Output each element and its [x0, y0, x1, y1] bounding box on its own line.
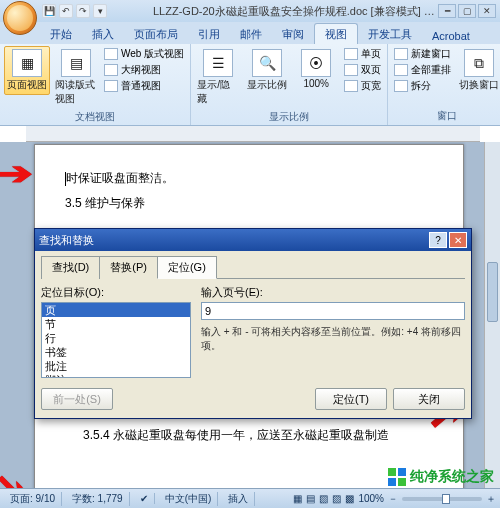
- list-item[interactable]: 行: [42, 331, 190, 345]
- page-width-button[interactable]: 页宽: [342, 78, 383, 94]
- status-page[interactable]: 页面: 9/10: [4, 492, 62, 506]
- switch-windows-label: 切换窗口: [459, 78, 499, 92]
- view-web-icon[interactable]: ▧: [319, 493, 328, 504]
- dialog-tabs: 查找(D) 替换(P) 定位(G): [41, 255, 465, 279]
- tab-home[interactable]: 开始: [40, 24, 82, 44]
- minimize-button[interactable]: ━: [438, 4, 456, 18]
- zoom-out-button[interactable]: －: [388, 492, 398, 506]
- one-page-button[interactable]: 单页: [342, 46, 383, 62]
- goto-button[interactable]: 定位(T): [315, 388, 387, 410]
- tab-review[interactable]: 审阅: [272, 24, 314, 44]
- tab-acrobat[interactable]: Acrobat: [422, 27, 480, 44]
- office-button[interactable]: [3, 1, 37, 35]
- zoom-100-icon: ⦿: [301, 49, 331, 77]
- zoom-button[interactable]: 🔍 显示比例: [244, 46, 290, 95]
- doc-text: 3.5 维护与保养: [65, 192, 433, 215]
- ribbon: ▦ 页面视图 ▤ 阅读版式视图 Web 版式视图 大纲视图 普通视图 文档视图 …: [0, 44, 500, 126]
- switch-windows-icon: ⧉: [464, 49, 494, 77]
- show-hide-button[interactable]: ☰ 显示/隐藏: [195, 46, 241, 109]
- goto-target-list[interactable]: 页 节 行 书签 批注 脚注: [41, 302, 191, 378]
- draft-button[interactable]: 普通视图: [102, 78, 186, 94]
- show-hide-label: 显示/隐藏: [197, 78, 239, 106]
- zoom-slider-knob[interactable]: [442, 494, 450, 504]
- zoom-slider[interactable]: [402, 497, 482, 501]
- close-button[interactable]: 关闭: [393, 388, 465, 410]
- split-button[interactable]: 拆分: [392, 78, 453, 94]
- title-bar: 💾 ↶ ↷ ▾ LLZZ-GD-20永磁起重吸盘安全操作规程.doc [兼容模式…: [0, 0, 500, 22]
- tab-insert[interactable]: 插入: [82, 24, 124, 44]
- page-width-icon: [344, 80, 358, 92]
- zoom-label: 显示比例: [247, 78, 287, 92]
- page-number-input[interactable]: [201, 302, 465, 320]
- group-label: 显示比例: [195, 109, 383, 126]
- tab-goto[interactable]: 定位(G): [157, 256, 217, 279]
- web-layout-button[interactable]: Web 版式视图: [102, 46, 186, 62]
- status-words[interactable]: 字数: 1,779: [66, 492, 130, 506]
- status-proof-icon[interactable]: ✔: [134, 493, 155, 504]
- list-item[interactable]: 书签: [42, 345, 190, 359]
- page-number-label: 输入页号(E):: [201, 285, 465, 300]
- previous-button[interactable]: 前一处(S): [41, 388, 113, 410]
- zoom-100-label: 100%: [303, 78, 329, 89]
- print-layout-button[interactable]: ▦ 页面视图: [4, 46, 50, 95]
- draft-icon: [104, 80, 118, 92]
- dialog-help-button[interactable]: ?: [429, 232, 447, 248]
- arrange-all-button[interactable]: 全部重排: [392, 62, 453, 78]
- view-print-icon[interactable]: ▦: [293, 493, 302, 504]
- new-window-button[interactable]: 新建窗口: [392, 46, 453, 62]
- status-language[interactable]: 中文(中国): [159, 492, 219, 506]
- dialog-close-button[interactable]: ✕: [449, 232, 467, 248]
- save-icon[interactable]: 💾: [42, 4, 56, 18]
- goto-target-label: 定位目标(O):: [41, 285, 191, 300]
- zoom-in-button[interactable]: ＋: [486, 492, 496, 506]
- split-icon: [394, 80, 408, 92]
- two-page-icon: [344, 64, 358, 76]
- vertical-scrollbar[interactable]: [484, 142, 500, 488]
- maximize-button[interactable]: ▢: [458, 4, 476, 18]
- group-label: 窗口: [392, 108, 500, 125]
- tab-find[interactable]: 查找(D): [41, 256, 100, 279]
- ribbon-tabs: 开始 插入 页面布局 引用 邮件 审阅 视图 开发工具 Acrobat: [0, 22, 500, 44]
- list-item[interactable]: 页: [42, 303, 190, 317]
- quick-access-toolbar: 💾 ↶ ↷ ▾: [42, 4, 107, 18]
- outline-icon: [104, 64, 118, 76]
- view-draft-icon[interactable]: ▩: [345, 493, 354, 504]
- arrange-all-icon: [394, 64, 408, 76]
- switch-windows-button[interactable]: ⧉ 切换窗口: [456, 46, 500, 95]
- doc-text: 3.5.4 永磁起重吸盘每使用一年，应送至永磁起重吸盘制造: [65, 424, 433, 447]
- view-outline-icon[interactable]: ▨: [332, 493, 341, 504]
- tab-view[interactable]: 视图: [314, 23, 358, 44]
- tab-references[interactable]: 引用: [188, 24, 230, 44]
- outline-button[interactable]: 大纲视图: [102, 62, 186, 78]
- one-page-icon: [344, 48, 358, 60]
- status-bar: 页面: 9/10 字数: 1,779 ✔ 中文(中国) 插入 ▦ ▤ ▧ ▨ ▩…: [0, 488, 500, 508]
- print-layout-label: 页面视图: [7, 78, 47, 92]
- status-insert-mode[interactable]: 插入: [222, 492, 255, 506]
- new-window-icon: [394, 48, 408, 60]
- view-reading-icon[interactable]: ▤: [306, 493, 315, 504]
- undo-icon[interactable]: ↶: [59, 4, 73, 18]
- tab-replace[interactable]: 替换(P): [99, 256, 158, 279]
- qat-more-icon[interactable]: ▾: [93, 4, 107, 18]
- horizontal-ruler[interactable]: [26, 126, 480, 142]
- reading-layout-button[interactable]: ▤ 阅读版式视图: [53, 46, 99, 109]
- zoom-100-button[interactable]: ⦿ 100%: [293, 46, 339, 92]
- tab-layout[interactable]: 页面布局: [124, 24, 188, 44]
- dialog-titlebar[interactable]: 查找和替换 ? ✕: [35, 229, 471, 251]
- list-item[interactable]: 批注: [42, 359, 190, 373]
- zoom-level[interactable]: 100%: [358, 493, 384, 504]
- goto-hint: 输入 + 和 - 可将相关内容移至当前位置。例如: +4 将前移四项。: [201, 325, 465, 353]
- scrollbar-thumb[interactable]: [487, 262, 498, 322]
- list-item[interactable]: 脚注: [42, 373, 190, 378]
- redo-icon[interactable]: ↷: [76, 4, 90, 18]
- group-document-views: ▦ 页面视图 ▤ 阅读版式视图 Web 版式视图 大纲视图 普通视图 文档视图: [0, 44, 191, 125]
- reading-layout-icon: ▤: [61, 49, 91, 77]
- tab-developer[interactable]: 开发工具: [358, 24, 422, 44]
- group-window: 新建窗口 全部重排 拆分 ⧉ 切换窗口 窗口: [388, 44, 500, 125]
- reading-layout-label: 阅读版式视图: [55, 78, 97, 106]
- tab-mailings[interactable]: 邮件: [230, 24, 272, 44]
- list-item[interactable]: 节: [42, 317, 190, 331]
- find-replace-dialog: 查找和替换 ? ✕ 查找(D) 替换(P) 定位(G) 定位目标(O): 页 节…: [34, 228, 472, 419]
- close-button[interactable]: ✕: [478, 4, 496, 18]
- two-page-button[interactable]: 双页: [342, 62, 383, 78]
